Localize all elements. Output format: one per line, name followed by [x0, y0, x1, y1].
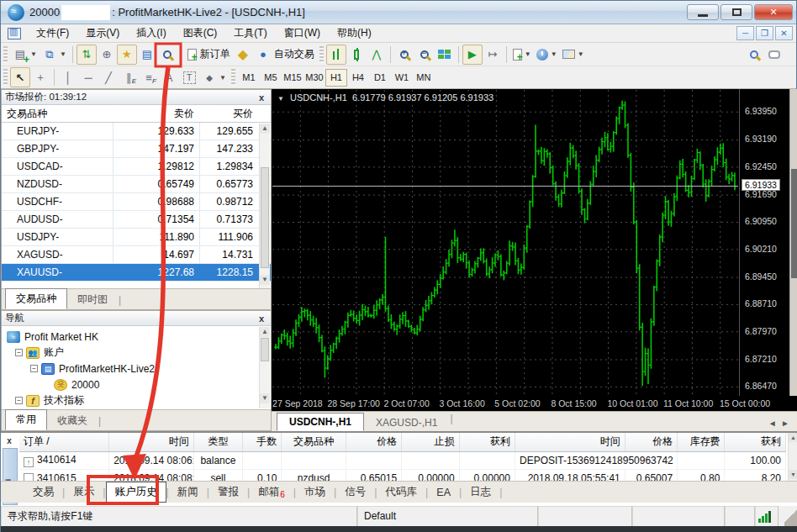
- close-button[interactable]: ✕: [754, 4, 793, 20]
- col-profit[interactable]: 获利: [725, 433, 786, 451]
- vertical-line-button[interactable]: │: [58, 67, 78, 87]
- terminal-close-icon[interactable]: x: [3, 435, 15, 446]
- fibonacci-button[interactable]: ≡F: [139, 67, 159, 87]
- auto-scroll-button[interactable]: ▶: [462, 45, 483, 65]
- chat-icon[interactable]: [764, 45, 784, 65]
- market-row-audusd[interactable]: AUDUSD- 0.713540.71373: [2, 211, 271, 229]
- horizontal-line-button[interactable]: ─: [78, 67, 98, 87]
- timeframe-d1[interactable]: D1: [369, 69, 391, 87]
- column-bid[interactable]: 卖价: [113, 107, 199, 121]
- nav-item-server[interactable]: − ▤ ProfitMarketHK-Live2: [2, 361, 271, 377]
- status-profile[interactable]: Default: [357, 506, 538, 526]
- mdi-restore-button[interactable]: ❐: [756, 26, 773, 40]
- col-swap[interactable]: 库存费: [678, 433, 725, 451]
- arrows-button[interactable]: ◆▼: [199, 67, 229, 87]
- terminal-tab-market[interactable]: 市场: [296, 482, 334, 502]
- minimize-button[interactable]: [687, 4, 719, 20]
- chart-tab-xagusd[interactable]: XAGUSD-,H1: [364, 414, 449, 431]
- navigator-scrollbar[interactable]: ▲ ▼: [259, 327, 270, 408]
- chart-shift-button[interactable]: ↦: [483, 45, 503, 65]
- nav-item-indicators[interactable]: − f 技术指标: [2, 392, 271, 408]
- menu-window[interactable]: 窗口(W): [276, 24, 329, 42]
- timeframe-m5[interactable]: M5: [260, 69, 282, 87]
- zoom-in-button[interactable]: +: [394, 45, 414, 65]
- chart-right-scrollbar[interactable]: [789, 89, 797, 396]
- indicators-button[interactable]: +▼: [510, 45, 534, 65]
- line-chart-button[interactable]: ⋀: [367, 45, 387, 65]
- timeframe-m30[interactable]: M30: [303, 69, 325, 87]
- mdi-close-button[interactable]: ✕: [775, 26, 793, 40]
- market-row-usdcad[interactable]: USDCAD- 1.298121.29834: [2, 158, 271, 176]
- restore-button[interactable]: [720, 4, 752, 20]
- market-row-usdchf[interactable]: USDCHF- 0.986880.98712: [2, 193, 271, 211]
- market-row-usdjpy[interactable]: USDJPY- 111.890111.906: [2, 229, 271, 246]
- data-window-button[interactable]: ⊕: [97, 45, 117, 65]
- tile-windows-button[interactable]: [435, 45, 455, 65]
- market-watch-toggle-button[interactable]: ⇅: [77, 45, 97, 65]
- chevron-down-icon[interactable]: ▼: [277, 95, 284, 103]
- market-row-eurjpy[interactable]: EURJPY- 129.633129.655: [2, 123, 271, 140]
- market-watch-tab-symbols[interactable]: 交易品种: [5, 288, 67, 309]
- col-lots[interactable]: 手数: [243, 433, 282, 451]
- timeframe-w1[interactable]: W1: [391, 69, 413, 87]
- text-button[interactable]: A: [159, 67, 179, 87]
- timeframe-m1[interactable]: M1: [238, 69, 260, 87]
- market-row-gbpjpy[interactable]: GBPJPY- 147.197147.233: [2, 140, 271, 158]
- terminal-tab-news[interactable]: 新闻: [169, 482, 207, 502]
- menu-view[interactable]: 显示(V): [77, 24, 128, 42]
- timeframe-mn[interactable]: MN: [413, 69, 435, 87]
- terminal-tab-journal[interactable]: 日志: [462, 482, 499, 502]
- terminal-tab-signals[interactable]: 信号: [336, 482, 374, 502]
- navigator-tab-common[interactable]: 常用: [5, 409, 47, 430]
- menu-tools[interactable]: 工具(T): [225, 24, 275, 42]
- cursor-button[interactable]: ↖: [10, 67, 30, 87]
- menu-charts[interactable]: 图表(C): [175, 24, 226, 42]
- collapse-icon[interactable]: −: [15, 397, 23, 404]
- timeframe-h4[interactable]: H4: [347, 69, 369, 87]
- terminal-tab-alerts[interactable]: 警报: [209, 482, 247, 502]
- chart-tab-scroll-arrows[interactable]: ◄ ►: [768, 419, 789, 431]
- collapse-icon[interactable]: −: [15, 349, 23, 356]
- resize-grip[interactable]: [784, 506, 797, 526]
- bar-chart-button[interactable]: [326, 45, 346, 65]
- terminal-scrollbar[interactable]: ▲▼: [788, 433, 797, 481]
- menu-file[interactable]: 文件(F): [28, 24, 77, 42]
- nav-item-accounts[interactable]: − 👥 账户: [2, 345, 271, 361]
- market-row-xauusd-selected[interactable]: XAUUSD- 1227.681228.15: [2, 264, 271, 282]
- col-sl[interactable]: 止损: [402, 433, 459, 451]
- col-close-price[interactable]: 价格: [625, 433, 677, 451]
- market-row-xagusd[interactable]: XAGUSD- 14.69714.731: [2, 246, 271, 264]
- column-ask[interactable]: 买价: [199, 107, 258, 121]
- autotrading-button[interactable]: ●自动交易: [253, 45, 317, 65]
- nav-item-broker[interactable]: ≈ Profit Market HK: [2, 329, 271, 345]
- terminal-tab-exposure[interactable]: 展示: [65, 482, 103, 502]
- terminal-tab-account-history[interactable]: 账户历史: [106, 482, 166, 503]
- price-chart[interactable]: ▼ USDCNH-,H1 6.91779 6.91937 6.91205 6.9…: [272, 89, 739, 396]
- navigator-toggle-button[interactable]: ★: [117, 45, 137, 65]
- navigator-close-icon[interactable]: x: [256, 313, 267, 324]
- chart-window-icon[interactable]: [8, 28, 21, 40]
- text-label-button[interactable]: T: [179, 67, 199, 87]
- periods-button[interactable]: ▼: [534, 45, 560, 65]
- col-symbol[interactable]: 交易品种: [282, 433, 346, 451]
- trendline-button[interactable]: ╱: [98, 67, 119, 87]
- strategy-tester-button[interactable]: [157, 45, 177, 65]
- market-watch-close-icon[interactable]: x: [256, 92, 267, 103]
- col-price[interactable]: 价格: [346, 433, 401, 451]
- templates-button[interactable]: ▼: [560, 45, 587, 65]
- col-time[interactable]: 时间: [109, 433, 194, 451]
- history-row-balance[interactable]: ↑3410614 2018.09.14 08:06:59 balance DEP…: [19, 451, 786, 469]
- collapse-icon[interactable]: −: [30, 365, 38, 372]
- terminal-tab-code-base[interactable]: 代码库: [377, 482, 426, 502]
- profiles-button[interactable]: ⧉▼: [40, 45, 69, 65]
- mdi-minimize-button[interactable]: ─: [736, 26, 754, 40]
- column-symbol[interactable]: 交易品种: [2, 107, 113, 121]
- chart-tab-usdcnh[interactable]: USDCNH-,H1: [277, 413, 364, 431]
- market-row-nzdusd[interactable]: NZDUSD- 0.657490.65773: [2, 176, 271, 193]
- metaeditor-button[interactable]: ◆: [233, 45, 253, 65]
- terminal-tab-mailbox[interactable]: 邮箱6: [250, 482, 293, 502]
- col-tp[interactable]: 获利: [459, 433, 515, 451]
- new-order-button[interactable]: +新订单: [185, 45, 233, 65]
- new-chart-button[interactable]: ▤+▼: [10, 45, 40, 65]
- menu-help[interactable]: 帮助(H): [329, 24, 380, 42]
